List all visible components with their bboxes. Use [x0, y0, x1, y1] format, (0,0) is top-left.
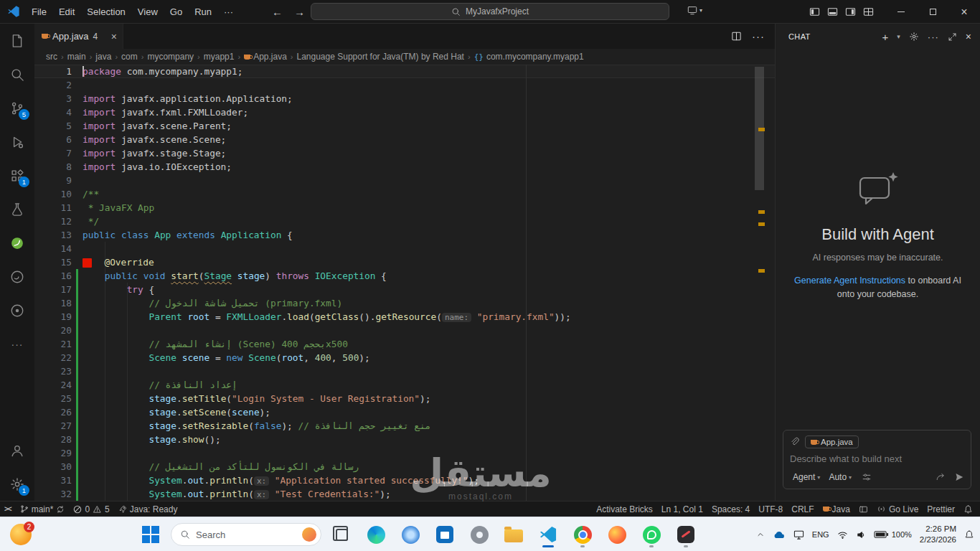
- line-number[interactable]: 8: [34, 160, 72, 174]
- language-mode-item[interactable]: Java: [819, 501, 854, 517]
- gradle-icon[interactable]: [0, 260, 34, 293]
- toggle-panel-icon[interactable]: [827, 6, 838, 17]
- line-number[interactable]: 29: [34, 446, 72, 460]
- clock-item[interactable]: 2:26 PM 2/23/2026: [920, 524, 956, 545]
- line-number[interactable]: 18: [34, 296, 72, 310]
- code-line[interactable]: 25 stage.setTitle("Login System - User R…: [34, 392, 775, 405]
- code-line[interactable]: 20: [34, 324, 775, 337]
- task-view-icon[interactable]: [327, 520, 356, 549]
- chat-input-box[interactable]: App.java Describe what to build next Age…: [783, 430, 971, 489]
- code-line[interactable]: 4import javafx.fxml.FXMLLoader;: [34, 105, 775, 119]
- split-editor-icon[interactable]: [731, 31, 742, 42]
- code-line[interactable]: 6import javafx.scene.Scene;: [34, 133, 775, 146]
- battery-item[interactable]: 100%: [874, 530, 912, 539]
- notification-bell-icon[interactable]: [964, 529, 974, 540]
- editor-app-icon[interactable]: [672, 520, 700, 549]
- close-button[interactable]: ×: [948, 0, 980, 24]
- close-chat-icon[interactable]: ×: [966, 31, 971, 42]
- remote-indicator[interactable]: ><: [0, 501, 16, 517]
- edge-icon[interactable]: [362, 520, 390, 549]
- code-line[interactable]: 8import java.io.IOException;: [34, 160, 775, 174]
- prettier-item[interactable]: Prettier: [923, 501, 959, 517]
- line-number[interactable]: 13: [34, 228, 72, 242]
- settings-gear-icon[interactable]: 1: [0, 467, 34, 501]
- expand-chat-icon[interactable]: [948, 32, 957, 42]
- breadcrumb-item[interactable]: java: [95, 52, 111, 62]
- send-icon[interactable]: [954, 472, 964, 482]
- line-number[interactable]: 2: [34, 78, 72, 92]
- menu-go[interactable]: Go: [164, 4, 188, 19]
- breadcrumb-item[interactable]: {}com.mycompany.myapp1: [474, 52, 584, 62]
- line-number[interactable]: 26: [34, 405, 72, 419]
- start-button[interactable]: [136, 520, 165, 549]
- source-control-icon[interactable]: 5: [0, 91, 34, 125]
- code-line[interactable]: 31 System.out.println(x: "Application st…: [34, 474, 775, 487]
- sonar-icon[interactable]: [0, 293, 34, 327]
- line-number[interactable]: 22: [34, 351, 72, 364]
- problems-item[interactable]: 0 5: [69, 501, 113, 517]
- code-line[interactable]: 23: [34, 364, 775, 378]
- line-number[interactable]: 6: [34, 133, 72, 146]
- code-editor[interactable]: 1package com.mycompany.myapp1;23import j…: [34, 65, 775, 501]
- line-number[interactable]: 25: [34, 392, 72, 405]
- toggle-secondary-sidebar-icon[interactable]: [845, 6, 856, 17]
- line-number[interactable]: 24: [34, 378, 72, 392]
- chat-more-icon[interactable]: ···: [928, 32, 939, 42]
- code-line[interactable]: 22 Scene scene = new Scene(root, 400, 50…: [34, 351, 775, 364]
- chat-model-dropdown[interactable]: Auto▾: [826, 471, 854, 484]
- line-number[interactable]: 14: [34, 242, 72, 255]
- line-number[interactable]: 30: [34, 460, 72, 474]
- code-line[interactable]: 1package com.mycompany.myapp1;: [34, 65, 775, 78]
- code-line[interactable]: 10/**: [34, 187, 775, 201]
- voice-chat-icon[interactable]: [936, 472, 946, 482]
- line-number[interactable]: 5: [34, 119, 72, 133]
- context-chip-app-java[interactable]: App.java: [805, 435, 859, 448]
- menu-selection[interactable]: Selection: [81, 4, 131, 19]
- store-icon[interactable]: [430, 520, 459, 549]
- code-line[interactable]: 14: [34, 242, 775, 255]
- tab-app-java[interactable]: App.java 4 ×: [34, 24, 123, 49]
- back-button[interactable]: ←: [272, 6, 283, 18]
- tray-chevron-icon[interactable]: [756, 530, 765, 539]
- customize-layout-icon[interactable]: [863, 6, 874, 17]
- breadcrumb-item[interactable]: src: [46, 52, 57, 62]
- attach-context-icon[interactable]: [790, 437, 800, 447]
- breadcrumb-item[interactable]: main: [67, 52, 86, 62]
- line-number[interactable]: 20: [34, 324, 72, 337]
- line-number[interactable]: 32: [34, 487, 72, 501]
- code-line[interactable]: 29: [34, 446, 775, 460]
- accounts-icon[interactable]: [0, 433, 34, 467]
- more-actions-icon[interactable]: ···: [752, 30, 765, 42]
- code-line[interactable]: 7import javafx.stage.Stage;: [34, 146, 775, 160]
- chat-mode-dropdown[interactable]: Agent▾: [790, 471, 823, 484]
- file-explorer-icon[interactable]: [499, 520, 528, 549]
- line-number[interactable]: 9: [34, 174, 72, 187]
- line-number[interactable]: 23: [34, 364, 72, 378]
- go-live-item[interactable]: Go Live: [872, 501, 923, 517]
- code-line[interactable]: 32 System.out.println(x: "Test Credentia…: [34, 487, 775, 501]
- chat-input-field[interactable]: Describe what to build next: [790, 453, 964, 471]
- tab-close-icon[interactable]: ×: [111, 31, 117, 42]
- whatsapp-icon[interactable]: [637, 520, 666, 549]
- wifi-icon[interactable]: [837, 530, 848, 540]
- explorer-icon[interactable]: [0, 24, 34, 57]
- run-debug-icon[interactable]: [0, 125, 34, 159]
- code-line[interactable]: 13public class App extends Application {: [34, 228, 775, 242]
- code-line[interactable]: 11 * JavaFX App: [34, 201, 775, 215]
- code-line[interactable]: 3import javafx.application.Application;: [34, 92, 775, 105]
- firefox-icon[interactable]: [603, 520, 631, 549]
- breadcrumb-item[interactable]: myapp1: [204, 52, 235, 62]
- extensions-icon[interactable]: 1: [0, 159, 34, 192]
- breadcrumb-item[interactable]: com: [121, 52, 138, 62]
- encoding-item[interactable]: UTF-8: [754, 501, 787, 517]
- onedrive-icon[interactable]: [773, 529, 786, 540]
- code-line[interactable]: 9: [34, 174, 775, 187]
- minimize-button[interactable]: [885, 0, 917, 24]
- git-branch-item[interactable]: main*: [16, 501, 70, 517]
- line-number[interactable]: 3: [34, 92, 72, 105]
- code-line[interactable]: 17 try {: [34, 283, 775, 296]
- java-status-item[interactable]: Java: Ready: [114, 501, 182, 517]
- code-line[interactable]: 26 stage.setScene(scene);: [34, 405, 775, 419]
- command-center-extra[interactable]: ▾: [687, 5, 702, 15]
- chat-tools-icon[interactable]: [862, 472, 872, 482]
